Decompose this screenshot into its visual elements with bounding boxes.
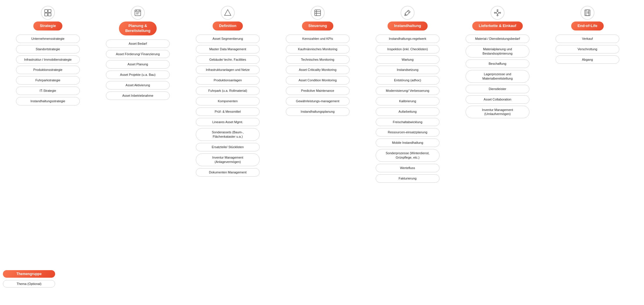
legend-section: Themengruppe Thema (Optional): [3, 270, 55, 288]
svg-rect-27: [586, 10, 590, 16]
eol-icon: [580, 6, 594, 20]
svg-rect-2: [45, 13, 48, 16]
svg-rect-26: [585, 10, 589, 16]
item-definition-4: Produktionsanlagen: [196, 76, 260, 85]
column-strategie: StrategieUnternehmensstrategieStandortst…: [3, 6, 93, 107]
column-header-eol: End-of-Life: [571, 6, 604, 31]
item-eol-1: Verschrottung: [556, 45, 619, 53]
item-strategie-2: Infrastruktur-/ Immobilienstrategie: [16, 55, 80, 64]
item-instandhaltung-6: Kalibrierung: [376, 97, 439, 105]
item-definition-3: Infrastrukturanlagen und Netze: [196, 66, 260, 74]
column-header-steuerung: Steuerung: [302, 6, 333, 31]
svg-point-20: [494, 12, 495, 13]
item-lieferkette-6: Inventur Management (Umlaufvermögen): [466, 106, 529, 119]
item-planung-4: Asset Aktivierung: [106, 81, 170, 89]
item-steuerung-1: Kaufmännisches Monitoring: [286, 45, 350, 53]
item-strategie-4: Fuhrparkstrategie: [16, 76, 80, 85]
legend-item-pill: Thema (Optional): [3, 280, 55, 288]
item-steuerung-5: Predictive Maintenance: [286, 87, 350, 95]
item-steuerung-3: Asset Criticality Monitoring: [286, 66, 350, 74]
item-strategie-5: IT-Strategie: [16, 87, 80, 95]
item-lieferkette-1: Materialplanung und Bestandsoptimierung: [466, 45, 529, 58]
header-pill-lieferkette: Lieferkette & Einkauf: [472, 21, 522, 31]
item-definition-1: Master Data Management: [196, 45, 260, 53]
item-instandhaltung-4: Entstörung (adhoc): [376, 76, 439, 85]
item-instandhaltung-10: Mobile Instandhaltung: [376, 139, 439, 147]
svg-rect-0: [45, 10, 48, 12]
svg-point-16: [405, 15, 406, 16]
item-instandhaltung-7: Aufarbeitung: [376, 107, 439, 116]
item-instandhaltung-0: Instandhaltungs-regelwerk: [376, 35, 439, 43]
column-definition: DefinitionAsset SegmentierungMaster Data…: [183, 6, 273, 179]
column-header-planung: Planung & Bereitstellung: [119, 6, 157, 35]
item-definition-11: Inventur Management (Anlagevermögen): [196, 153, 260, 166]
item-planung-0: Asset Bedarf: [106, 40, 170, 48]
item-definition-10: Ersatzteile/ Stücklisten: [196, 143, 260, 151]
item-eol-0: Verkauf: [556, 35, 619, 43]
lieferkette-icon: [491, 6, 504, 20]
column-steuerung: SteuerungKennzahlen und KPIsKaufmännisch…: [273, 6, 363, 118]
item-planung-3: Asset Projekte (u.a. Bau): [106, 71, 170, 79]
item-steuerung-0: Kennzahlen und KPIs: [286, 35, 350, 43]
item-definition-8: Lineares Asset Mgmt.: [196, 118, 260, 126]
svg-point-21: [500, 12, 501, 13]
item-lieferkette-4: Dienstleister: [466, 85, 529, 93]
svg-point-18: [497, 10, 498, 11]
item-lieferkette-2: Beschaffung: [466, 60, 529, 68]
column-header-instandhaltung: Instandhaltung: [388, 6, 427, 31]
column-header-definition: Definition: [213, 6, 243, 31]
header-pill-definition: Definition: [213, 21, 243, 31]
item-definition-12: Dokumenten Management: [196, 168, 260, 177]
item-instandhaltung-3: Instandsetzung: [376, 66, 439, 74]
svg-point-17: [496, 12, 499, 14]
column-planung: Planung & BereitstellungAsset BedarfAsse…: [93, 6, 183, 102]
item-definition-5: Fuhrpark (u.a. Rollmaterial): [196, 87, 260, 95]
item-definition-2: Gebäude/ techn. Facilities: [196, 55, 260, 64]
item-planung-5: Asset Inbetriebnahme: [106, 92, 170, 100]
svg-rect-1: [48, 10, 51, 12]
item-strategie-3: Produktionsstrategie: [16, 66, 80, 74]
column-header-strategie: Strategie: [33, 6, 62, 31]
columns-wrapper: StrategieUnternehmensstrategieStandortst…: [3, 6, 641, 185]
item-definition-0: Asset Segmentierung: [196, 35, 260, 43]
item-lieferkette-0: Material-/ Dienstleistungsbedarf: [466, 35, 529, 43]
item-instandhaltung-5: Modernisierung/ Verbesserung: [376, 87, 439, 95]
item-steuerung-7: Instandhaltungsplanung: [286, 107, 350, 116]
item-strategie-0: Unternehmensstrategie: [16, 35, 80, 43]
header-pill-instandhaltung: Instandhaltung: [388, 21, 427, 31]
item-planung-1: Asset Förderung/ Finanzierung: [106, 50, 170, 58]
item-definition-6: Komponenten: [196, 97, 260, 105]
header-pill-strategie: Strategie: [33, 21, 62, 31]
svg-point-19: [497, 15, 498, 16]
item-steuerung-2: Technisches Monitoring: [286, 55, 350, 64]
svg-rect-11: [315, 10, 321, 16]
item-strategie-6: Instandhaltungsstrategie: [16, 97, 80, 105]
header-pill-eol: End-of-Life: [571, 21, 604, 31]
item-instandhaltung-2: Wartung: [376, 55, 439, 64]
column-instandhaltung: InstandhaltungInstandhaltungs-regelwerkI…: [363, 6, 453, 185]
column-eol: End-of-LifeVerkaufVerschrottungAbgang: [542, 6, 632, 66]
item-instandhaltung-11: Sonderprozesse (Winterdienst, Grünpflege…: [376, 149, 439, 162]
item-eol-2: Abgang: [556, 55, 619, 64]
item-lieferkette-5: Asset Collaboration: [466, 95, 529, 104]
item-instandhaltung-1: Inspektion (inkl. Checklisten): [376, 45, 439, 53]
legend-header-pill: Themengruppe: [3, 270, 55, 278]
item-definition-9: Sonderassets (Baum-, Flächenkataster u.a…: [196, 128, 260, 141]
item-instandhaltung-12: Wertefluss: [376, 164, 439, 172]
planung-icon: [131, 6, 145, 20]
item-instandhaltung-8: Freischaltabwicklung: [376, 118, 439, 126]
item-definition-7: Prüf- & Messmittel: [196, 107, 260, 116]
item-steuerung-6: Gewährleistungs-management: [286, 97, 350, 105]
svg-marker-10: [225, 10, 231, 15]
strategie-icon: [41, 6, 55, 20]
definition-icon: [221, 6, 235, 20]
item-instandhaltung-9: Ressourcen-einsatzplanung: [376, 128, 439, 137]
item-planung-2: Asset Planung: [106, 60, 170, 69]
svg-rect-3: [48, 13, 51, 16]
svg-line-15: [408, 11, 409, 13]
steuerung-icon: [311, 6, 325, 20]
page: StrategieUnternehmensstrategieStandortst…: [0, 0, 644, 305]
column-header-lieferkette: Lieferkette & Einkauf: [472, 6, 522, 31]
item-steuerung-4: Asset Condition Monitoring: [286, 76, 350, 85]
instandhaltung-icon: [401, 6, 415, 20]
